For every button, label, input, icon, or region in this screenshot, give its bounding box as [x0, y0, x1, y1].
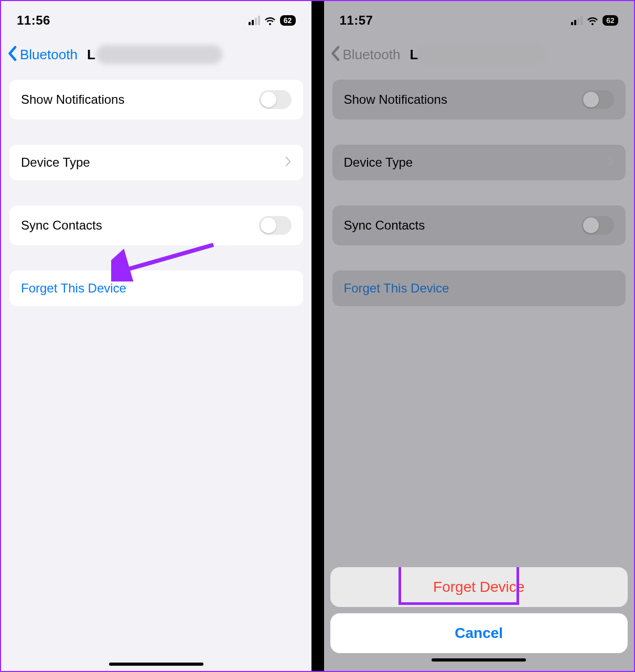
- forget-label: Forget This Device: [21, 281, 126, 296]
- sync-contacts-label: Sync Contacts: [21, 218, 102, 233]
- forget-device-button[interactable]: Forget Device: [330, 567, 628, 607]
- status-icons: 62: [249, 15, 296, 26]
- show-notifications-label: Show Notifications: [344, 92, 447, 107]
- home-indicator: [432, 658, 526, 662]
- sync-contacts-row[interactable]: Sync Contacts: [9, 205, 303, 245]
- battery-badge: 62: [602, 15, 618, 26]
- right-screenshot: 11:57 62 Bluetooth L Show Notifications …: [324, 1, 634, 671]
- chevron-right-icon: [285, 155, 292, 170]
- cancel-button[interactable]: Cancel: [330, 613, 628, 653]
- back-button-label: Bluetooth: [343, 47, 401, 63]
- wifi-icon: [264, 16, 276, 25]
- cancel-label: Cancel: [455, 625, 503, 641]
- home-indicator: [109, 663, 203, 666]
- show-notifications-toggle: [582, 90, 614, 109]
- back-button-label[interactable]: Bluetooth: [20, 47, 78, 63]
- status-icons: 62: [571, 15, 618, 26]
- sync-contacts-row: Sync Contacts: [332, 205, 626, 245]
- back-chevron-icon: [330, 46, 340, 63]
- sync-contacts-toggle[interactable]: [259, 216, 292, 235]
- status-bar: 11:56 62: [1, 1, 311, 35]
- left-screenshot: 11:56 62 Bluetooth L Show Notifications …: [1, 1, 311, 671]
- forget-device-label: Forget Device: [433, 579, 524, 595]
- device-type-label: Device Type: [344, 155, 413, 170]
- nav-bar: Bluetooth L: [1, 35, 311, 80]
- redacted-device-name: [419, 45, 545, 64]
- show-notifications-row[interactable]: Show Notifications: [9, 80, 303, 120]
- status-time: 11:57: [340, 13, 373, 28]
- svg-line-0: [122, 245, 213, 271]
- device-type-label: Device Type: [21, 155, 90, 170]
- status-time: 11:56: [17, 13, 50, 28]
- back-chevron-icon[interactable]: [7, 46, 17, 63]
- forget-this-device-button[interactable]: Forget This Device: [9, 270, 303, 306]
- show-notifications-row: Show Notifications: [332, 80, 626, 120]
- cellular-signal-icon: [571, 16, 583, 25]
- device-name-prefix: L: [410, 47, 418, 63]
- sync-contacts-toggle: [582, 216, 614, 235]
- redacted-device-name: [96, 45, 222, 64]
- battery-badge: 62: [280, 15, 296, 26]
- status-bar: 11:57 62: [324, 1, 634, 35]
- sync-contacts-label: Sync Contacts: [344, 218, 425, 233]
- action-sheet: Forget Device Cancel: [330, 567, 628, 662]
- forget-this-device-button: Forget This Device: [332, 270, 626, 306]
- chevron-right-icon: [608, 155, 614, 170]
- device-type-row: Device Type: [332, 145, 626, 180]
- device-name-prefix: L: [87, 47, 95, 63]
- cellular-signal-icon: [249, 16, 260, 25]
- action-sheet-group: Forget Device: [330, 567, 628, 607]
- wifi-icon: [587, 16, 598, 25]
- screenshot-divider: [311, 1, 324, 671]
- nav-bar: Bluetooth L: [324, 35, 634, 80]
- show-notifications-toggle[interactable]: [259, 90, 292, 109]
- forget-label: Forget This Device: [344, 281, 449, 296]
- show-notifications-label: Show Notifications: [21, 92, 124, 107]
- device-type-row[interactable]: Device Type: [9, 145, 303, 180]
